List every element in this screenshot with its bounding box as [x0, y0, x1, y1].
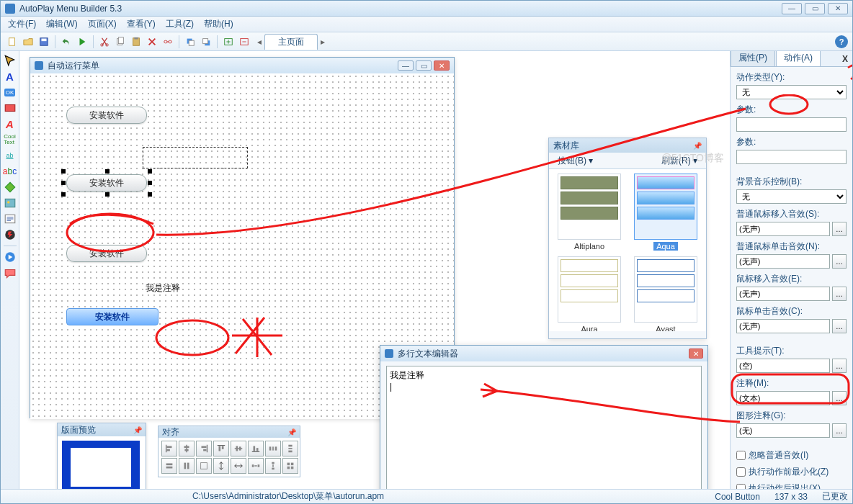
- addpage-icon[interactable]: [221, 35, 236, 49]
- tab-properties[interactable]: 属性(P): [731, 51, 775, 66]
- align-sameheight-icon[interactable]: [179, 458, 195, 474]
- align-samewidth-icon[interactable]: [161, 458, 177, 474]
- cut-icon[interactable]: [97, 35, 112, 49]
- align-distribv-icon[interactable]: [282, 441, 298, 456]
- editor-close-button[interactable]: ✕: [689, 348, 703, 359]
- asset-item-aqua[interactable]: Aqua: [630, 174, 702, 251]
- menu-file[interactable]: 文件(F): [8, 18, 36, 30]
- chk-ignore-sfx[interactable]: 忽略普通音效(I): [736, 449, 847, 462]
- asset-category-dropdown[interactable]: 按钮(B): [558, 155, 593, 167]
- align-centerv-icon[interactable]: [231, 458, 246, 474]
- align-distribh-icon[interactable]: [265, 441, 281, 456]
- help-icon[interactable]: ?: [835, 35, 848, 48]
- align-left-icon[interactable]: [161, 441, 177, 456]
- tooltip-browse-icon[interactable]: …: [832, 359, 847, 373]
- tool-edit-icon[interactable]: [4, 212, 17, 225]
- align-centerh-icon[interactable]: [213, 458, 229, 474]
- hover-sfx-browse-icon[interactable]: …: [832, 222, 847, 236]
- menu-view[interactable]: 查看(Y): [127, 18, 156, 30]
- asset-item-altiplano[interactable]: Altiplano: [553, 174, 625, 251]
- align-vcenter-icon[interactable]: [231, 441, 246, 456]
- asset-item-aura[interactable]: Aura: [553, 256, 625, 331]
- tool-media-icon[interactable]: [4, 251, 17, 264]
- align-hcenter-icon[interactable]: [179, 441, 195, 456]
- menu-edit[interactable]: 编辑(W): [46, 18, 77, 30]
- note-browse-icon[interactable]: …: [832, 391, 847, 405]
- tool-cooltext-icon[interactable]: CoolText: [4, 133, 17, 146]
- asset-item-avast[interactable]: Avast: [630, 256, 702, 331]
- param2-input[interactable]: [736, 150, 847, 164]
- open-icon[interactable]: [21, 35, 35, 49]
- align-spacev-icon[interactable]: [265, 458, 281, 474]
- param1-input[interactable]: [736, 117, 847, 132]
- undo-icon[interactable]: [59, 35, 73, 49]
- bgm-select[interactable]: 无: [736, 189, 847, 204]
- asset-pin-icon[interactable]: 📌: [693, 142, 702, 150]
- design-max-button[interactable]: ▭: [416, 60, 432, 71]
- mouseclick-sfx-input[interactable]: [736, 319, 830, 333]
- save-icon[interactable]: [37, 35, 51, 49]
- canvas-button-4[interactable]: 安装软件: [66, 308, 158, 325]
- menu-tool[interactable]: 工具(Z): [166, 18, 194, 30]
- hover-sfx-input[interactable]: [736, 222, 830, 236]
- copy-icon[interactable]: [113, 35, 128, 49]
- rightpanel-close-icon[interactable]: X: [842, 54, 848, 64]
- tooltip-input[interactable]: [736, 359, 830, 373]
- mouseclick-sfx-browse-icon[interactable]: …: [832, 319, 847, 333]
- align-pin-icon[interactable]: 📌: [287, 428, 296, 436]
- action-type-select[interactable]: 无: [736, 85, 847, 99]
- canvas-note-text[interactable]: 我是注释: [146, 282, 180, 294]
- canvas-button-1[interactable]: 安装软件: [66, 107, 147, 124]
- close-button[interactable]: ✕: [828, 3, 848, 14]
- svg-rect-15: [203, 38, 208, 43]
- tool-diamond-icon[interactable]: [4, 181, 17, 194]
- play-icon[interactable]: [75, 35, 89, 49]
- tab-actions[interactable]: 动作(A): [776, 51, 821, 66]
- sendback-icon[interactable]: [199, 35, 213, 49]
- chk-exit-after[interactable]: 执行动作后退出(X): [736, 482, 847, 489]
- editor-textarea[interactable]: 我是注释|: [386, 366, 702, 489]
- tool-format-icon[interactable]: abc: [4, 165, 17, 178]
- click-sfx-browse-icon[interactable]: …: [832, 254, 847, 269]
- tool-image-icon[interactable]: [4, 197, 17, 210]
- design-close-button[interactable]: ✕: [434, 60, 450, 71]
- tool-italic-icon[interactable]: A: [4, 117, 17, 130]
- maximize-button[interactable]: ▭: [805, 3, 825, 14]
- menu-page[interactable]: 页面(X): [88, 18, 117, 30]
- align-grid-icon[interactable]: [282, 458, 298, 474]
- asset-refresh-dropdown[interactable]: 刷新(R): [661, 155, 697, 167]
- bringfront-icon[interactable]: [183, 35, 197, 49]
- align-samesize-icon[interactable]: [196, 458, 212, 474]
- mousein-sfx-browse-icon[interactable]: …: [832, 287, 847, 301]
- tool-label-icon[interactable]: ab: [4, 149, 17, 162]
- tool-ok-icon[interactable]: OK: [4, 86, 17, 99]
- tool-flash-icon[interactable]: [4, 228, 17, 241]
- mousein-sfx-input[interactable]: [736, 287, 830, 301]
- preview-pin-icon[interactable]: 📌: [133, 426, 142, 434]
- click-sfx-input[interactable]: [736, 254, 830, 269]
- menu-help[interactable]: 帮助(H): [204, 18, 233, 30]
- tool-speech-icon[interactable]: [4, 266, 17, 279]
- chk-min-before[interactable]: 执行动作前最小化(Z): [736, 466, 847, 478]
- link-icon[interactable]: [161, 35, 175, 49]
- paste-icon[interactable]: [129, 35, 143, 49]
- tool-text-icon[interactable]: A: [4, 70, 17, 83]
- minimize-button[interactable]: —: [782, 3, 802, 14]
- shape-note-input[interactable]: [736, 423, 830, 438]
- new-icon[interactable]: [5, 35, 19, 49]
- tab-main[interactable]: 主页面: [264, 34, 318, 50]
- align-right-icon[interactable]: [196, 441, 212, 456]
- editor-icon: [385, 349, 393, 358]
- delpage-icon[interactable]: [237, 35, 251, 49]
- canvas-button-3[interactable]: 安装软件: [66, 245, 147, 262]
- canvas-placeholder-box[interactable]: [143, 147, 248, 168]
- tool-pointer-icon[interactable]: [4, 54, 17, 67]
- delete-icon[interactable]: [145, 35, 159, 49]
- align-spaceh-icon[interactable]: [248, 458, 264, 474]
- shape-note-browse-icon[interactable]: …: [832, 423, 847, 438]
- design-min-button[interactable]: —: [398, 60, 414, 71]
- tool-box-icon[interactable]: [4, 102, 17, 114]
- align-bottom-icon[interactable]: [248, 441, 264, 456]
- align-top-icon[interactable]: [213, 441, 229, 456]
- note-input[interactable]: [736, 391, 830, 405]
